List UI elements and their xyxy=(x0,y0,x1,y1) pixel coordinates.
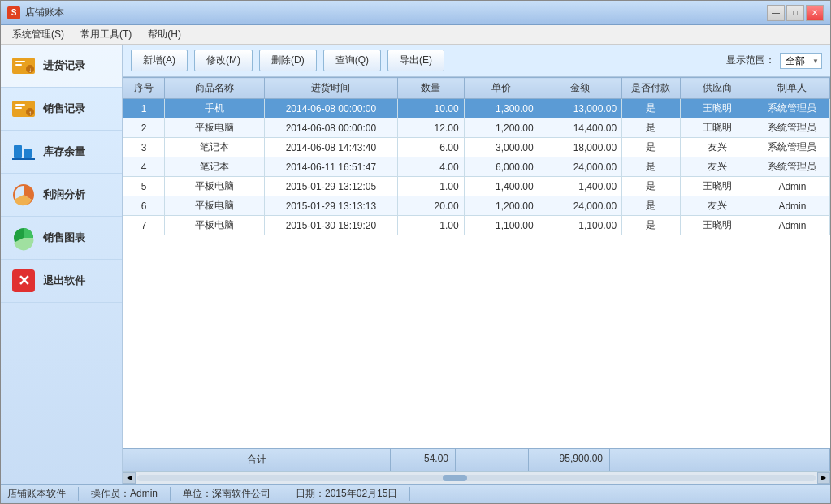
sidebar-label-exit: 退出软件 xyxy=(43,274,85,288)
svg-rect-6 xyxy=(15,104,25,106)
summary-price-spacer xyxy=(456,449,529,471)
col-price: 单价 xyxy=(464,78,539,99)
sidebar-item-stock[interactable]: 库存余量 xyxy=(1,131,122,174)
table-row[interactable]: 4笔记本2014-06-11 16:51:474.006,000.0024,00… xyxy=(123,157,830,177)
table-cell: 6.00 xyxy=(397,138,464,157)
table-cell: 1.00 xyxy=(397,177,464,196)
table-cell: 5 xyxy=(123,177,165,196)
table-cell: 6 xyxy=(123,196,165,216)
menu-bar: 系统管理(S) 常用工具(T) 帮助(H) xyxy=(1,25,830,45)
data-table-wrapper[interactable]: 序号 商品名称 进货时间 数量 单价 金额 是否付款 供应商 制单人 1手机20… xyxy=(123,77,830,448)
table-cell: 系统管理员 xyxy=(755,99,829,118)
add-button[interactable]: 新增(A) xyxy=(131,50,188,71)
display-range-select[interactable]: 全部 今天 本周 本月 本年 xyxy=(780,53,822,69)
table-cell: 1,300.00 xyxy=(464,99,539,118)
table-row[interactable]: 3笔记本2014-06-08 14:43:406.003,000.0018,00… xyxy=(123,138,830,157)
table-cell: 13,000.00 xyxy=(539,99,621,118)
query-button[interactable]: 查询(Q) xyxy=(323,50,381,71)
table-cell: 3 xyxy=(123,138,165,157)
purchase-icon: ↓ xyxy=(11,53,37,79)
title-bar: S 店铺账本 — □ ✕ xyxy=(1,1,830,25)
table-cell: 1,200.00 xyxy=(464,196,539,216)
sidebar-label-profit: 利润分析 xyxy=(43,187,85,202)
table-cell: 1,400.00 xyxy=(464,177,539,196)
chart-icon xyxy=(11,225,37,251)
minimize-button[interactable]: — xyxy=(767,5,785,21)
scroll-thumb[interactable] xyxy=(443,475,467,481)
svg-rect-11 xyxy=(24,149,32,158)
table-cell: 友兴 xyxy=(680,196,755,216)
scroll-left-btn[interactable]: ◀ xyxy=(123,472,136,484)
table-cell: 10.00 xyxy=(397,99,464,118)
scroll-bar-area[interactable]: ◀ ▶ xyxy=(123,471,830,484)
close-button[interactable]: ✕ xyxy=(806,5,824,21)
table-cell: 是 xyxy=(622,118,681,138)
app-icon: S xyxy=(7,6,20,19)
sidebar-label-stock: 库存余量 xyxy=(43,144,85,159)
display-range-wrapper[interactable]: 全部 今天 本周 本月 本年 xyxy=(780,53,822,69)
sidebar-item-purchase[interactable]: ↓ 进货记录 xyxy=(1,45,122,88)
svg-rect-12 xyxy=(12,158,35,160)
summary-amount: 95,900.00 xyxy=(529,449,610,471)
menu-system[interactable]: 系统管理(S) xyxy=(4,26,72,43)
svg-text:↑: ↑ xyxy=(28,110,32,117)
table-row[interactable]: 7平板电脑2015-01-30 18:19:201.001,100.001,10… xyxy=(123,216,830,235)
menu-help[interactable]: 帮助(H) xyxy=(140,26,189,43)
edit-button[interactable]: 修改(M) xyxy=(194,50,253,71)
sidebar-item-sales[interactable]: ↑ 销售记录 xyxy=(1,88,122,131)
exit-icon: ✕ xyxy=(11,268,37,294)
table-cell: 2014-06-08 00:00:00 xyxy=(264,99,397,118)
title-buttons: — □ ✕ xyxy=(767,5,824,21)
delete-button[interactable]: 删除(D) xyxy=(259,50,317,71)
table-cell: 2 xyxy=(123,118,165,138)
col-qty: 数量 xyxy=(397,78,464,99)
maximize-button[interactable]: □ xyxy=(786,5,804,21)
table-cell: 7 xyxy=(123,216,165,235)
display-range-container: 显示范围： 全部 今天 本周 本月 本年 xyxy=(726,53,822,69)
table-row[interactable]: 2平板电脑2014-06-08 00:00:0012.001,200.0014,… xyxy=(123,118,830,138)
table-cell: 2015-01-29 13:13:13 xyxy=(264,196,397,216)
sidebar-item-chart[interactable]: 销售图表 xyxy=(1,217,122,260)
table-cell: 2014-06-08 14:43:40 xyxy=(264,138,397,157)
display-range-label: 显示范围： xyxy=(726,54,775,67)
scroll-right-btn[interactable]: ▶ xyxy=(817,472,830,484)
table-cell: 24,000.00 xyxy=(539,196,621,216)
table-cell: 手机 xyxy=(165,99,265,118)
table-row[interactable]: 6平板电脑2015-01-29 13:13:1320.001,200.0024,… xyxy=(123,196,830,216)
window-title: 店铺账本 xyxy=(25,6,64,19)
table-cell: 3,000.00 xyxy=(464,138,539,157)
table-row[interactable]: 5平板电脑2015-01-29 13:12:051.001,400.001,40… xyxy=(123,177,830,196)
table-cell: 王晓明 xyxy=(680,216,755,235)
svg-rect-1 xyxy=(15,61,25,62)
app-name-status: 店铺账本软件 xyxy=(7,487,79,501)
table-cell: 20.00 xyxy=(397,196,464,216)
table-cell: 王晓明 xyxy=(680,177,755,196)
svg-rect-7 xyxy=(15,107,22,109)
table-cell: 2014-06-08 00:00:00 xyxy=(264,118,397,138)
sidebar-item-profit[interactable]: 利润分析 xyxy=(1,174,122,217)
data-table: 序号 商品名称 进货时间 数量 单价 金额 是否付款 供应商 制单人 1手机20… xyxy=(123,77,830,235)
table-cell: 2014-06-11 16:51:47 xyxy=(264,157,397,177)
scroll-track[interactable] xyxy=(137,475,816,481)
export-button[interactable]: 导出(E) xyxy=(387,50,444,71)
title-bar-left: S 店铺账本 xyxy=(7,6,64,19)
sidebar-item-exit[interactable]: ✕ 退出软件 xyxy=(1,260,122,303)
profit-icon xyxy=(11,182,37,208)
main-area: ↓ 进货记录 ↑ 销售记录 xyxy=(1,45,830,484)
table-cell: 平板电脑 xyxy=(165,196,265,216)
table-cell: 1.00 xyxy=(397,216,464,235)
menu-tools[interactable]: 常用工具(T) xyxy=(72,26,140,43)
table-cell: 4 xyxy=(123,157,165,177)
table-cell: 1,400.00 xyxy=(539,177,621,196)
table-row[interactable]: 1手机2014-06-08 00:00:0010.001,300.0013,00… xyxy=(123,99,830,118)
sidebar: ↓ 进货记录 ↑ 销售记录 xyxy=(1,45,123,484)
col-time: 进货时间 xyxy=(264,78,397,99)
table-cell: 平板电脑 xyxy=(165,216,265,235)
table-cell: 平板电脑 xyxy=(165,118,265,138)
table-cell: 14,400.00 xyxy=(539,118,621,138)
sales-icon: ↑ xyxy=(11,96,37,122)
sidebar-label-chart: 销售图表 xyxy=(43,230,85,245)
table-cell: 是 xyxy=(622,99,681,118)
table-cell: 友兴 xyxy=(680,138,755,157)
summary-label: 合计 xyxy=(123,449,391,471)
